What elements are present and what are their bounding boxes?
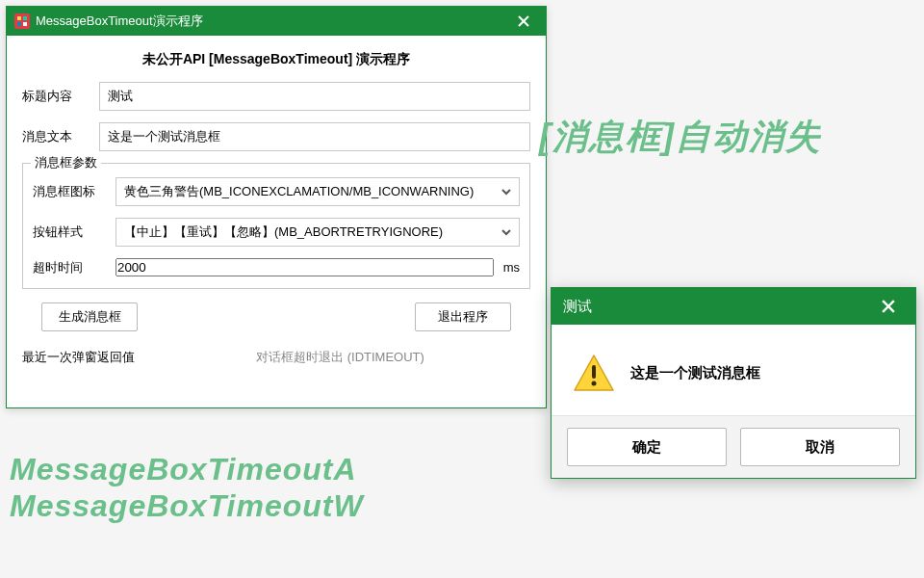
message-input[interactable] bbox=[99, 122, 530, 151]
close-icon bbox=[882, 300, 895, 313]
svg-rect-4 bbox=[23, 22, 27, 26]
caption-top: [消息框]自动消失 bbox=[539, 114, 822, 161]
app-icon bbox=[14, 13, 30, 29]
timeout-input[interactable] bbox=[116, 258, 494, 276]
timeout-unit: ms bbox=[503, 260, 520, 275]
generate-button[interactable]: 生成消息框 bbox=[41, 302, 138, 331]
label-icon: 消息框图标 bbox=[33, 183, 108, 200]
msgbox-body: 这是一个测试消息框 bbox=[552, 325, 915, 415]
label-timeout: 超时时间 bbox=[33, 259, 108, 276]
chevron-down-icon bbox=[500, 187, 513, 197]
msgbox-title: 测试 bbox=[563, 298, 873, 316]
main-app-window: MessageBoxTimeout演示程序 未公开API [MessageBox… bbox=[6, 6, 547, 408]
msgbox-footer: 确定 取消 bbox=[552, 415, 915, 478]
close-icon bbox=[518, 15, 529, 27]
msgbox-text: 这是一个测试消息框 bbox=[630, 364, 760, 382]
svg-rect-1 bbox=[17, 16, 21, 20]
exit-button[interactable]: 退出程序 bbox=[415, 302, 511, 331]
icon-select[interactable]: 黄色三角警告(MB_ICONEXCLAMATION/MB_ICONWARNING… bbox=[116, 177, 520, 206]
row-icon-select: 消息框图标 黄色三角警告(MB_ICONEXCLAMATION/MB_ICONW… bbox=[33, 177, 520, 206]
svg-rect-2 bbox=[23, 16, 27, 20]
page-title: 未公开API [MessageBoxTimeout] 演示程序 bbox=[22, 51, 530, 68]
title-input[interactable] bbox=[99, 82, 530, 111]
svg-rect-10 bbox=[592, 365, 596, 379]
svg-rect-0 bbox=[14, 13, 30, 29]
msgbox-close-button[interactable] bbox=[873, 293, 904, 320]
action-row: 生成消息框 退出程序 bbox=[22, 289, 530, 331]
window-title: MessageBoxTimeout演示程序 bbox=[36, 13, 509, 30]
ok-button[interactable]: 确定 bbox=[567, 428, 727, 466]
cancel-button[interactable]: 取消 bbox=[740, 428, 900, 466]
label-button-style: 按钮样式 bbox=[33, 223, 108, 241]
warning-icon bbox=[573, 352, 615, 394]
status-row: 最近一次弹窗返回值 对话框超时退出 (IDTIMEOUT) bbox=[22, 349, 530, 366]
client-area: 未公开API [MessageBoxTimeout] 演示程序 标题内容 消息文… bbox=[7, 36, 546, 374]
msgbox-titlebar[interactable]: 测试 bbox=[552, 288, 915, 325]
params-group: 消息框参数 消息框图标 黄色三角警告(MB_ICONEXCLAMATION/MB… bbox=[22, 163, 530, 289]
label-message-text: 消息文本 bbox=[22, 128, 91, 145]
status-value: 对话框超时退出 (IDTIMEOUT) bbox=[150, 349, 530, 366]
button-style-value: 【中止】【重试】【忽略】(MB_ABORTRETRYIGNORE) bbox=[124, 223, 500, 241]
row-button-style: 按钮样式 【中止】【重试】【忽略】(MB_ABORTRETRYIGNORE) bbox=[33, 218, 520, 247]
svg-point-11 bbox=[592, 381, 597, 386]
svg-rect-3 bbox=[17, 22, 21, 26]
button-style-select[interactable]: 【中止】【重试】【忽略】(MB_ABORTRETRYIGNORE) bbox=[116, 218, 520, 247]
label-title-content: 标题内容 bbox=[22, 88, 91, 105]
row-message-text: 消息文本 bbox=[22, 122, 530, 151]
caption-left-line2: MessageBoxTimeoutW bbox=[10, 487, 364, 524]
caption-left-line1: MessageBoxTimeoutA bbox=[10, 451, 364, 487]
caption-left: MessageBoxTimeoutA MessageBoxTimeoutW bbox=[10, 451, 364, 525]
icon-select-value: 黄色三角警告(MB_ICONEXCLAMATION/MB_ICONWARNING… bbox=[124, 183, 500, 200]
row-title-content: 标题内容 bbox=[22, 82, 530, 111]
status-label: 最近一次弹窗返回值 bbox=[22, 349, 135, 366]
message-box: 测试 这是一个测试消息框 确定 取消 bbox=[551, 287, 916, 479]
row-timeout: 超时时间 ms bbox=[33, 258, 520, 276]
close-button[interactable] bbox=[509, 10, 538, 33]
titlebar[interactable]: MessageBoxTimeout演示程序 bbox=[7, 7, 546, 36]
params-legend: 消息框参数 bbox=[31, 154, 101, 171]
chevron-down-icon bbox=[500, 227, 513, 237]
